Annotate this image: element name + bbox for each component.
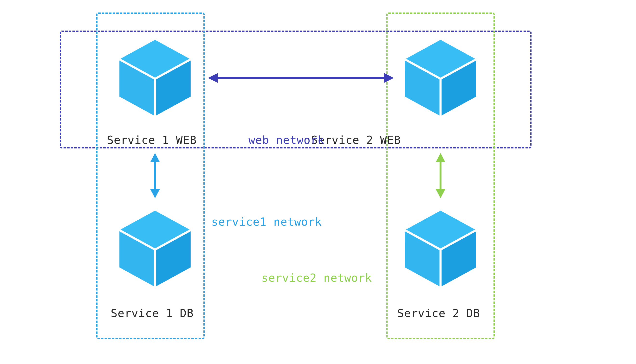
- cube-icon: [113, 36, 197, 120]
- arrow-web: [217, 77, 385, 79]
- service1-web-label: Service 1 WEB: [107, 134, 197, 146]
- service2-web-label: Service 2 WEB: [311, 134, 401, 146]
- arrow-head-right-icon: [384, 73, 394, 83]
- arrow-head-up-icon: [150, 153, 160, 162]
- arrow-head-down-icon: [150, 189, 160, 198]
- service2-network-label: service2 network: [261, 272, 372, 284]
- cube-icon: [398, 206, 483, 291]
- arrow-head-left-icon: [208, 73, 218, 83]
- web-network-label: web network: [248, 134, 324, 146]
- diagram-canvas: Service 1 WEB Service 2 WEB Service 1 DB…: [0, 0, 636, 364]
- service2-db-label: Service 2 DB: [397, 307, 480, 320]
- cube-icon: [398, 36, 483, 120]
- arrow-service2: [440, 161, 441, 190]
- arrow-head-down-icon: [436, 189, 445, 198]
- service1-db-label: Service 1 DB: [111, 307, 194, 320]
- cube-icon: [113, 206, 197, 291]
- service1-network-label: service1 network: [211, 215, 322, 228]
- arrow-service1: [154, 161, 156, 190]
- arrow-head-up-icon: [436, 153, 445, 162]
